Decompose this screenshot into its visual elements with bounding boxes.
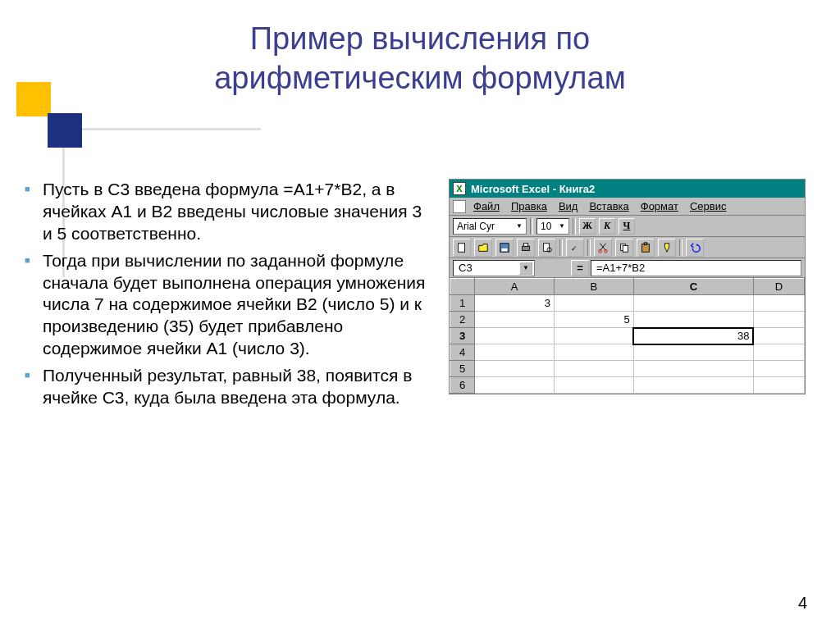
- row-header-6[interactable]: 6: [450, 377, 475, 394]
- col-header-a[interactable]: A: [475, 279, 555, 295]
- menu-tools[interactable]: Сервис: [686, 199, 731, 213]
- format-painter-icon[interactable]: [658, 239, 676, 257]
- svg-rect-5: [544, 243, 550, 251]
- menu-file[interactable]: Файл: [469, 199, 504, 213]
- cell-d3[interactable]: [753, 328, 804, 344]
- open-icon[interactable]: [474, 239, 492, 257]
- cell-a3[interactable]: [475, 328, 555, 344]
- bullet-1: Пусть в С3 введена формула =А1+7*В2, а в…: [23, 179, 429, 245]
- excel-window: Microsoft Excel - Книга2 Файл Правка Вид…: [449, 179, 806, 394]
- cell-b6[interactable]: [554, 377, 633, 394]
- copy-icon[interactable]: [615, 239, 633, 257]
- svg-rect-11: [623, 245, 628, 252]
- paste-icon[interactable]: [637, 239, 655, 257]
- undo-icon[interactable]: [686, 239, 704, 257]
- menu-view[interactable]: Вид: [555, 199, 582, 213]
- cell-b4[interactable]: [554, 344, 633, 361]
- slide-title: Пример вычисления по арифметическим форм…: [0, 20, 840, 98]
- save-icon[interactable]: [495, 239, 514, 257]
- cell-d4[interactable]: [753, 344, 804, 361]
- svg-rect-12: [642, 244, 650, 252]
- svg-rect-13: [644, 242, 647, 244]
- col-header-b[interactable]: B: [554, 279, 633, 295]
- svg-rect-4: [523, 243, 527, 246]
- row-header-4[interactable]: 4: [450, 344, 475, 361]
- row-header-3[interactable]: 3: [450, 328, 475, 344]
- cell-b5[interactable]: [554, 361, 633, 377]
- svg-rect-0: [459, 243, 465, 252]
- col-header-c[interactable]: C: [633, 279, 753, 295]
- svg-rect-2: [502, 248, 508, 251]
- cell-a2[interactable]: [475, 312, 555, 328]
- row-header-1[interactable]: 1: [450, 295, 475, 312]
- cell-c2[interactable]: [633, 312, 753, 328]
- col-header-d[interactable]: D: [753, 279, 804, 295]
- svg-text:✓: ✓: [571, 244, 578, 252]
- title-line-2: арифметическим формулам: [214, 61, 626, 95]
- font-name-selector[interactable]: Arial Cyr▼: [453, 218, 527, 235]
- cell-d5[interactable]: [753, 361, 804, 377]
- bullet-2: Тогда при вычислении по заданной формуле…: [23, 250, 429, 360]
- excel-app-icon: [453, 182, 466, 195]
- row-header-5[interactable]: 5: [450, 361, 475, 377]
- underline-button[interactable]: Ч: [619, 218, 635, 235]
- menu-format[interactable]: Формат: [637, 199, 682, 213]
- excel-formula-bar: C3 ▼ = =A1+7*B2: [450, 258, 805, 278]
- cell-b2[interactable]: 5: [554, 312, 633, 328]
- name-box-dropdown-icon[interactable]: ▼: [519, 262, 532, 275]
- cell-b1[interactable]: [554, 295, 633, 312]
- excel-doc-icon: [453, 200, 466, 213]
- excel-titlebar: Microsoft Excel - Книга2: [450, 180, 805, 198]
- print-icon[interactable]: [517, 239, 535, 257]
- equals-button[interactable]: =: [571, 260, 589, 276]
- cell-a6[interactable]: [475, 377, 555, 394]
- excel-menubar: Файл Правка Вид Вставка Формат Сервис: [450, 198, 805, 216]
- menu-edit[interactable]: Правка: [507, 199, 551, 213]
- excel-standard-toolbar: ✓: [450, 237, 805, 258]
- cut-icon[interactable]: [594, 239, 612, 257]
- italic-button[interactable]: К: [599, 218, 615, 235]
- cell-d2[interactable]: [753, 312, 804, 328]
- menu-insert[interactable]: Вставка: [585, 199, 632, 213]
- bold-button[interactable]: Ж: [579, 218, 596, 235]
- cell-c6[interactable]: [633, 377, 753, 394]
- formula-content[interactable]: =A1+7*B2: [591, 260, 801, 276]
- new-doc-icon[interactable]: [453, 239, 471, 257]
- excel-grid[interactable]: A B C D 1 3 2 5: [450, 278, 805, 394]
- excel-title-text: Microsoft Excel - Книга2: [471, 183, 595, 195]
- cell-c1[interactable]: [633, 295, 753, 312]
- cell-c4[interactable]: [633, 344, 753, 361]
- cell-d6[interactable]: [753, 377, 804, 394]
- font-size-selector[interactable]: 10▼: [536, 218, 569, 235]
- name-box[interactable]: C3 ▼: [453, 260, 535, 276]
- bullet-3: Полученный результат, равный 38, появитс…: [23, 365, 429, 409]
- cell-c5[interactable]: [633, 361, 753, 377]
- page-number: 4: [798, 594, 807, 613]
- title-line-1: Пример вычисления по: [250, 21, 591, 56]
- cell-a4[interactable]: [475, 344, 555, 361]
- excel-format-toolbar: Arial Cyr▼ 10▼ Ж К Ч: [450, 216, 805, 237]
- preview-icon[interactable]: [538, 239, 556, 257]
- select-all-corner[interactable]: [450, 279, 475, 295]
- cell-c3[interactable]: 38: [633, 328, 753, 344]
- cell-a1[interactable]: 3: [475, 295, 555, 312]
- row-header-2[interactable]: 2: [450, 312, 475, 328]
- body-text: Пусть в С3 введена формула =А1+7*В2, а в…: [23, 179, 429, 414]
- cell-d1[interactable]: [753, 295, 804, 312]
- cell-a5[interactable]: [475, 361, 555, 377]
- cell-b3[interactable]: [554, 328, 633, 344]
- svg-rect-3: [523, 246, 530, 250]
- spellcheck-icon[interactable]: ✓: [566, 239, 584, 257]
